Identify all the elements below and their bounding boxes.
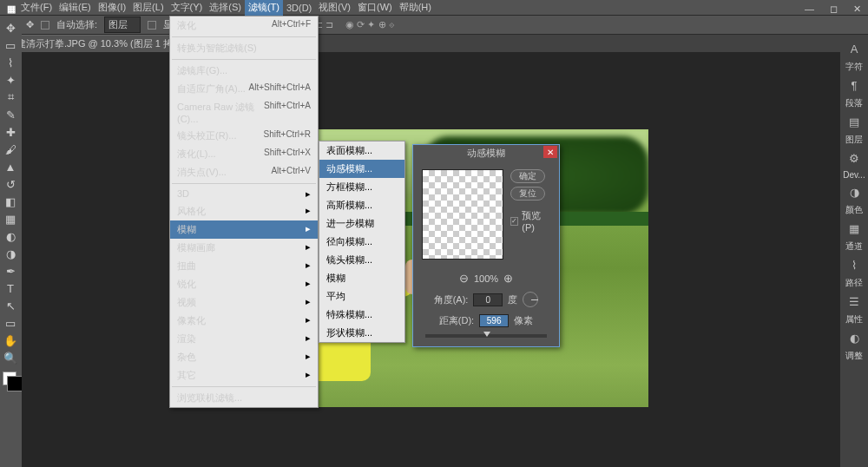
filter-menu-item[interactable]: 视频 [170,293,318,312]
distance-input[interactable] [479,314,509,327]
filter-menu-item[interactable]: 液化Alt+Ctrl+F [170,16,318,35]
move-tool[interactable]: ✥ [0,19,21,36]
panel-properties-icon[interactable]: ☰ [842,293,866,310]
close-icon[interactable]: ✕ [850,2,865,16]
filter-menu-item[interactable]: 转换为智能滤镜(S) [170,39,318,57]
blur-menu-item[interactable]: 方框模糊... [319,178,404,196]
panel-color-icon[interactable]: ◑ [842,183,866,201]
menu-help[interactable]: 帮助(H) [396,0,435,16]
blur-menu-item[interactable]: 进一步模糊 [319,214,404,233]
marquee-tool[interactable]: ▭ [0,36,21,54]
panel-channels-icon[interactable]: ▦ [842,220,866,237]
filter-menu-item[interactable]: 滤镜库(G)... [170,62,318,80]
blur-submenu: 表面模糊...动感模糊...方框模糊...高斯模糊...进一步模糊径向模糊...… [319,141,405,343]
dialog-close-button[interactable]: ✕ [543,146,557,158]
menu-3d[interactable]: 3D(D) [283,1,315,15]
blur-tool[interactable]: ◐ [0,227,21,245]
filter-menu-item[interactable]: 3D [170,186,318,202]
filter-menu-item[interactable]: 渲染 [170,330,318,348]
gradient-tool[interactable]: ▦ [0,210,21,227]
toolbox: ✥ ▭ ⌇ ✦ ⌗ ✎ ✚ 🖌 ▲ ↺ ◧ ▦ ◐ ◑ ✒ T ↖ ▭ ✋ 🔍 [0,16,22,467]
blur-menu-item[interactable]: 平均 [319,287,404,306]
lasso-tool[interactable]: ⌇ [0,54,21,71]
filter-menu-item[interactable]: 风格化 [170,202,318,220]
menu-filter[interactable]: 滤镜(T) [245,0,283,16]
hand-tool[interactable]: ✋ [0,332,21,349]
motion-blur-dialog: 动感模糊 ✕ 确定 复位 ✓ 预览(P) ⊖ 100% ⊕ 角度(A): 度 距… [412,144,560,347]
ok-button[interactable]: 确定 [510,169,545,183]
preview-checkbox[interactable]: ✓ [510,217,518,226]
filter-menu-item[interactable]: 模糊画廊 [170,239,318,257]
shape-tool[interactable]: ▭ [0,314,21,332]
filter-menu-item[interactable]: 杂色 [170,348,318,366]
filter-menu-item[interactable]: 自适应广角(A)...Alt+Shift+Ctrl+A [170,80,318,98]
blur-menu-item[interactable]: 表面模糊... [319,141,404,160]
menu-view[interactable]: 视图(V) [315,0,354,16]
filter-menu: 液化Alt+Ctrl+F转换为智能滤镜(S)滤镜库(G)...自适应广角(A).… [169,16,319,408]
eraser-tool[interactable]: ◧ [0,193,21,210]
brush-tool[interactable]: 🖌 [0,141,21,158]
menu-image[interactable]: 图像(I) [95,0,129,16]
menu-window[interactable]: 窗口(W) [354,0,396,16]
menu-layer[interactable]: 图层(L) [129,0,167,16]
panel-character-icon[interactable]: A [842,40,866,57]
3d-mode-icons[interactable]: ◉ ⟳ ✦ ⊕ ⟐ [343,19,397,30]
app-logo: ▦ [3,2,19,16]
filter-menu-item[interactable]: 其它 [170,366,318,385]
zoom-value: 100% [474,273,498,284]
filter-menu-item[interactable]: 像素化 [170,312,318,330]
distance-slider[interactable] [425,334,547,338]
blur-menu-item[interactable]: 特殊模糊... [319,306,404,324]
reset-button[interactable]: 复位 [510,187,545,201]
pen-tool[interactable]: ✒ [0,262,21,280]
menu-type[interactable]: 文字(Y) [168,0,207,16]
blur-menu-item[interactable]: 高斯模糊... [319,196,404,214]
filter-menu-item[interactable]: 模糊 [170,220,318,239]
type-tool[interactable]: T [0,280,21,297]
angle-input[interactable] [473,293,503,306]
color-swatches[interactable] [3,372,16,385]
filter-menu-item[interactable]: Camera Raw 滤镜(C)...Shift+Ctrl+A [170,98,318,127]
showtransform-checkbox[interactable] [148,21,156,30]
blur-menu-item[interactable]: 径向模糊... [319,233,404,251]
blur-menu-item[interactable]: 模糊 [319,269,404,287]
eyedropper-tool[interactable]: ✎ [0,106,21,123]
filter-menu-item[interactable]: 消失点(V)...Alt+Ctrl+V [170,163,318,181]
zoom-out-icon[interactable]: ⊖ [459,272,469,285]
autoselect-dropdown[interactable]: 图层 [104,16,141,33]
filter-menu-item[interactable]: 液化(L)...Shift+Ctrl+X [170,145,318,163]
blur-menu-item[interactable]: 动感模糊... [319,160,404,178]
menu-file[interactable]: 文件(F) [17,0,56,16]
blur-menu-item[interactable]: 形状模糊... [319,324,404,342]
filter-menu-item[interactable]: 扭曲 [170,257,318,275]
panel-adjustments-icon[interactable]: ◐ [842,329,866,346]
path-tool[interactable]: ↖ [0,297,21,314]
right-panel: A字符 ¶段落 ▤图层 ⚙Dev... ◑颜色 ▦通道 ⌇路径 ☰属性 ◐调整 [840,35,868,467]
history-brush-tool[interactable]: ↺ [0,175,21,193]
filter-menu-item[interactable]: 镜头校正(R)...Shift+Ctrl+R [170,127,318,145]
panel-paragraph-icon[interactable]: ¶ [842,76,866,94]
zoom-in-icon[interactable]: ⊕ [503,272,513,285]
menu-select[interactable]: 选择(S) [206,0,245,16]
panel-paths-icon[interactable]: ⌇ [842,256,866,273]
wand-tool[interactable]: ✦ [0,71,21,89]
angle-unit: 度 [508,293,517,306]
preview-thumbnail[interactable] [422,169,503,260]
autoselect-checkbox[interactable] [41,21,49,30]
stamp-tool[interactable]: ▲ [0,158,21,175]
blur-menu-item[interactable]: 镜头模糊... [319,251,404,269]
maximize-icon[interactable]: ◻ [826,2,841,16]
dodge-tool[interactable]: ◑ [0,245,21,262]
menubar: ▦ 文件(F) 编辑(E) 图像(I) 图层(L) 文字(Y) 选择(S) 滤镜… [0,0,868,16]
heal-tool[interactable]: ✚ [0,123,21,141]
angle-knob[interactable] [523,292,538,307]
panel-layers-icon[interactable]: ▤ [842,113,866,130]
filter-menu-item[interactable]: 锐化 [170,275,318,293]
minimize-icon[interactable]: — [801,2,818,16]
filter-menu-item[interactable]: 浏览联机滤镜... [170,389,318,407]
menu-edit[interactable]: 编辑(E) [56,0,95,16]
crop-tool[interactable]: ⌗ [0,89,21,106]
zoom-tool[interactable]: 🔍 [0,349,21,366]
options-bar: ✥ 自动选择: 图层 显示变换控件 ▯▯▯ ▮▮▮ ▯▯▯ ⊓ ⊔ ⊏ ⊐ ◉ … [0,16,868,35]
panel-dev-icon[interactable]: ⚙ [842,149,866,167]
